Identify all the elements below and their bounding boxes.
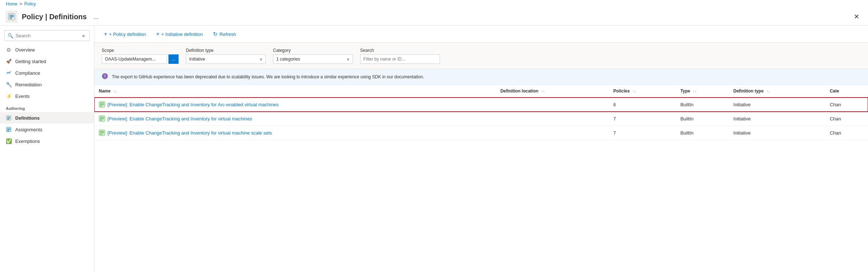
exemptions-icon: ✅: [6, 138, 12, 144]
definition-type-filter-group: Definition type Initiative ∨: [186, 48, 266, 64]
compliance-icon: [6, 70, 12, 76]
policy-definition-button[interactable]: + + Policy definition: [102, 29, 148, 39]
svg-rect-17: [100, 106, 103, 106]
sidebar-label-overview: Overview: [15, 47, 35, 53]
events-icon: ⚡: [6, 93, 12, 99]
sidebar-item-assignments[interactable]: Assignments: [0, 124, 94, 135]
policy-icon: [99, 115, 105, 122]
notice-text: The export to GitHub experience has been…: [112, 74, 424, 79]
policy-definition-label: + Policy definition: [109, 32, 146, 37]
table-body: [Preview]: Enable ChangeTracking and Inv…: [94, 98, 868, 140]
svg-rect-5: [7, 117, 10, 118]
svg-rect-23: [100, 131, 104, 132]
category-filter-group: Category 1 categories ∨: [273, 48, 353, 64]
notice-bar: ! The export to GitHub experience has be…: [94, 69, 868, 85]
content-area: + + Policy definition + + Initiative def…: [94, 26, 868, 272]
category-dropdown[interactable]: 1 categories ∨: [273, 54, 353, 64]
sidebar: 🔍 « ⊙ Overview 🚀 Getting started Complia…: [0, 26, 94, 272]
filter-bar: Scope OAAS-UpdateManagem... ... Definiti…: [94, 43, 868, 69]
table-area: Name ↑↓ Definition location ↑↓ Policies …: [94, 85, 868, 272]
ellipsis-button[interactable]: ...: [91, 12, 101, 21]
breadcrumb: Home > Policy: [0, 0, 868, 8]
breadcrumb-policy[interactable]: Policy: [24, 1, 36, 7]
search-filter-group: Search: [360, 48, 440, 64]
svg-rect-6: [7, 118, 10, 119]
col-category: Cate: [826, 85, 868, 98]
svg-rect-25: [100, 134, 103, 135]
collapse-button[interactable]: «: [81, 32, 86, 39]
authoring-section-label: Authoring: [0, 102, 94, 112]
initiative-definition-label: + Initiative definition: [161, 32, 203, 37]
sidebar-item-getting-started[interactable]: 🚀 Getting started: [0, 55, 94, 67]
search-input[interactable]: [16, 33, 78, 38]
remediation-icon: 🔧: [6, 82, 12, 87]
sidebar-label-exemptions: Exemptions: [15, 139, 40, 144]
policy-icon: [99, 101, 105, 108]
notice-icon: !: [102, 73, 108, 81]
scope-button[interactable]: ...: [168, 54, 179, 64]
sidebar-item-exemptions[interactable]: ✅ Exemptions: [0, 135, 94, 147]
svg-rect-24: [100, 132, 104, 133]
initiative-definition-button[interactable]: + + Initiative definition: [154, 29, 205, 39]
col-policies-label: Policies: [613, 88, 629, 94]
col-definition-type: Definition type ↑↓: [729, 85, 826, 98]
policy-definition-plus-icon: +: [104, 31, 107, 37]
main-layout: 🔍 « ⊙ Overview 🚀 Getting started Complia…: [0, 26, 868, 272]
refresh-button[interactable]: ↻ Refresh: [211, 29, 239, 39]
close-button[interactable]: ✕: [851, 11, 862, 22]
definition-type-chevron-icon: ∨: [260, 57, 262, 62]
overview-icon: ⊙: [6, 47, 12, 53]
policy-name: [Preview]: Enable ChangeTracking and Inv…: [107, 116, 252, 121]
col-type: Type ↑↓: [676, 85, 729, 98]
page-title: Policy | Definitions: [22, 13, 87, 21]
col-type-sort-icon[interactable]: ↑↓: [693, 89, 697, 93]
col-policies: Policies ↑↓: [609, 85, 676, 98]
cell-definition-type: Initiative: [729, 126, 826, 140]
definition-type-dropdown[interactable]: Initiative ∨: [186, 54, 266, 64]
cell-category: Chan: [826, 98, 868, 112]
policy-table: Name ↑↓ Definition location ↑↓ Policies …: [94, 85, 868, 140]
cell-definition-location: [496, 112, 609, 126]
scope-input[interactable]: OAAS-UpdateManagem...: [102, 54, 167, 64]
svg-rect-7: [7, 119, 9, 120]
cell-name: [Preview]: Enable ChangeTracking and Inv…: [94, 112, 496, 126]
cell-name: [Preview]: Enable ChangeTracking and Inv…: [94, 98, 496, 112]
col-definition-location-label: Definition location: [500, 88, 538, 94]
definition-type-label: Definition type: [186, 48, 266, 53]
policy-link[interactable]: [Preview]: Enable ChangeTracking and Inv…: [99, 129, 492, 136]
table-row: [Preview]: Enable ChangeTracking and Inv…: [94, 112, 868, 126]
sidebar-item-definitions[interactable]: Definitions: [0, 112, 94, 124]
title-bar-left: Policy | Definitions ...: [6, 11, 101, 22]
col-definition-type-label: Definition type: [733, 88, 763, 94]
search-filter-input[interactable]: [360, 54, 440, 64]
category-chevron-icon: ∨: [347, 57, 350, 62]
cell-definition-location: [496, 98, 609, 112]
col-policies-sort-icon[interactable]: ↑↓: [632, 89, 636, 93]
svg-rect-3: [9, 18, 12, 18]
table-row: [Preview]: Enable ChangeTracking and Inv…: [94, 98, 868, 112]
col-category-label: Cate: [830, 88, 839, 94]
sidebar-label-remediation: Remediation: [15, 82, 42, 87]
sidebar-item-events[interactable]: ⚡ Events: [0, 90, 94, 102]
col-name-sort-icon[interactable]: ↑↓: [113, 89, 117, 93]
sidebar-item-remediation[interactable]: 🔧 Remediation: [0, 79, 94, 90]
policy-link[interactable]: [Preview]: Enable ChangeTracking and Inv…: [99, 115, 492, 122]
svg-rect-19: [100, 117, 104, 118]
cell-definition-type: Initiative: [729, 112, 826, 126]
category-value: 1 categories: [276, 57, 300, 62]
policy-name: [Preview]: Enable ChangeTracking and Inv…: [107, 102, 278, 107]
col-definition-location-sort-icon[interactable]: ↑↓: [541, 89, 545, 93]
breadcrumb-home[interactable]: Home: [6, 1, 17, 7]
sidebar-item-overview[interactable]: ⊙ Overview: [0, 44, 94, 55]
refresh-icon: ↻: [213, 31, 218, 37]
cell-category: Chan: [826, 112, 868, 126]
cell-type: BuiltIn: [676, 126, 729, 140]
cell-definition-type: Initiative: [729, 98, 826, 112]
table-row: [Preview]: Enable ChangeTracking and Inv…: [94, 126, 868, 140]
policy-name: [Preview]: Enable ChangeTracking and Inv…: [107, 130, 272, 136]
sidebar-item-compliance[interactable]: Compliance: [0, 67, 94, 79]
search-box: 🔍 «: [4, 30, 90, 41]
col-definition-type-sort-icon[interactable]: ↑↓: [766, 89, 770, 93]
svg-rect-9: [7, 128, 10, 129]
policy-link[interactable]: [Preview]: Enable ChangeTracking and Inv…: [99, 101, 492, 108]
